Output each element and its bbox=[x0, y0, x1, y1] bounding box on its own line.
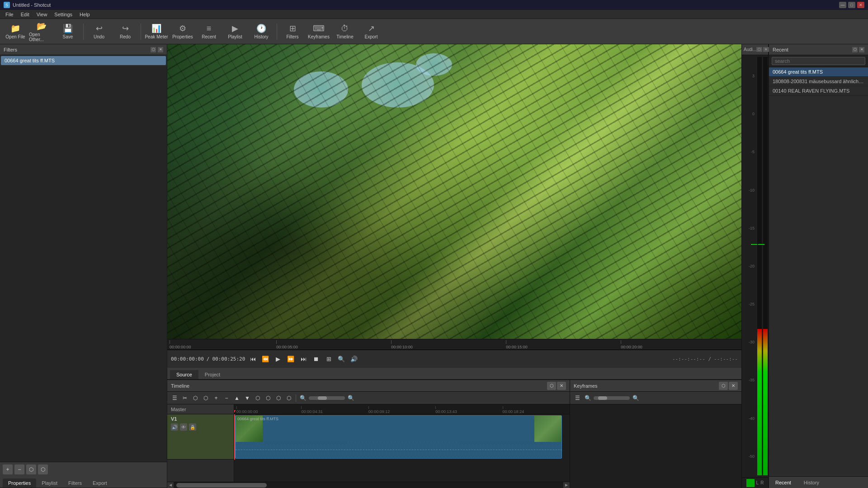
kf-close-btn[interactable]: ✕ bbox=[729, 382, 738, 390]
tab-export[interactable]: Export bbox=[87, 479, 113, 488]
filters-panel-title: Filters bbox=[4, 47, 17, 52]
zoom-btn[interactable]: 🔍 bbox=[336, 354, 346, 364]
remove-filter-btn[interactable]: − bbox=[14, 465, 24, 474]
tl-float-btn[interactable]: ⬡ bbox=[547, 382, 556, 390]
tl-snap-btn[interactable]: ⬡ bbox=[274, 394, 283, 403]
tl-remove-track-btn[interactable]: − bbox=[222, 394, 231, 403]
audio-meters-panel: Audi... ⬡ ✕ 3 0 -5 -10 -15 -20 -25 -30 -… bbox=[741, 44, 769, 488]
recent-file-2[interactable]: 180808-200831 mäusebussard ähnlich rot-.… bbox=[769, 77, 868, 86]
timeline-scrollbar[interactable]: ◀ ▶ bbox=[167, 482, 570, 488]
tl-up-btn[interactable]: ▲ bbox=[232, 394, 241, 403]
open-file-btn[interactable]: 📁 Open File bbox=[3, 20, 28, 43]
tl-paste-btn[interactable]: ⬡ bbox=[201, 394, 210, 403]
recent-close-btn[interactable]: ✕ bbox=[859, 47, 864, 52]
meter-r-label: R bbox=[760, 480, 764, 485]
save-btn[interactable]: 💾 Save bbox=[55, 20, 80, 43]
go-to-end-btn[interactable]: ⏭ bbox=[298, 354, 308, 364]
add-filter-btn[interactable]: + bbox=[3, 465, 13, 474]
tl-link-btn[interactable]: ⬡ bbox=[264, 394, 273, 403]
tab-history-right[interactable]: History bbox=[797, 478, 826, 487]
scroll-right-btn[interactable]: ▶ bbox=[563, 482, 570, 488]
filters-panel-controls[interactable]: ⬡ ✕ bbox=[151, 47, 163, 52]
tl-zoom-out-btn[interactable]: 🔍 bbox=[298, 394, 307, 403]
filters-close-btn[interactable]: ✕ bbox=[158, 47, 163, 52]
playlist-btn[interactable]: ▶ Playlist bbox=[222, 20, 248, 43]
filter-file-item[interactable]: 00664 great tits ff.MTS bbox=[1, 56, 166, 65]
open-file-icon: 📁 bbox=[10, 23, 20, 33]
tab-properties[interactable]: Properties bbox=[3, 479, 36, 488]
tl-down-btn[interactable]: ▼ bbox=[243, 394, 252, 403]
recent-btn[interactable]: ≡ Recent bbox=[196, 20, 222, 43]
close-btn[interactable]: ✕ bbox=[857, 2, 864, 8]
tab-recent[interactable]: Recent bbox=[769, 478, 797, 487]
redo-btn[interactable]: ↪ Redo bbox=[113, 20, 138, 43]
menu-help[interactable]: Help bbox=[76, 11, 94, 18]
menu-file[interactable]: File bbox=[2, 11, 17, 18]
peak-meter-btn[interactable]: 📊 Peak Meter bbox=[144, 20, 169, 43]
tab-source[interactable]: Source bbox=[170, 370, 198, 379]
search-input[interactable] bbox=[772, 57, 865, 65]
move-filter-down-btn[interactable]: ⬡ bbox=[38, 465, 48, 474]
export-btn[interactable]: ↗ Export bbox=[359, 20, 384, 43]
play-prev-btn[interactable]: ⏪ bbox=[260, 354, 270, 364]
tl-grid-snap-btn[interactable]: ⬡ bbox=[284, 394, 293, 403]
playhead[interactable] bbox=[234, 414, 235, 460]
waveform-fill bbox=[236, 442, 561, 458]
minimize-btn[interactable]: — bbox=[839, 2, 846, 8]
tab-playlist[interactable]: Playlist bbox=[36, 479, 63, 488]
tl-ripple-btn[interactable]: ⬡ bbox=[253, 394, 262, 403]
maximize-btn[interactable]: □ bbox=[848, 2, 855, 8]
filters-btn[interactable]: ⊞ Filters bbox=[280, 20, 305, 43]
meter-area: 3 0 -5 -10 -15 -20 -25 -30 -35 -40 -50 bbox=[742, 55, 768, 477]
tl-close-btn[interactable]: ✕ bbox=[557, 382, 566, 390]
recent-file-1[interactable]: 00664 great tits ff.MTS bbox=[769, 67, 868, 77]
kf-float-btn[interactable]: ⬡ bbox=[719, 382, 728, 390]
kf-panel-controls[interactable]: ⬡ ✕ bbox=[719, 382, 738, 390]
recent-float-btn[interactable]: ⬡ bbox=[852, 47, 858, 52]
tl-zoom-bar[interactable] bbox=[309, 396, 345, 400]
move-filter-up-btn[interactable]: ⬡ bbox=[26, 465, 36, 474]
tl-scissors-btn[interactable]: ✂ bbox=[180, 394, 189, 403]
kf-zoom-in-btn[interactable]: 🔍 bbox=[631, 394, 640, 403]
kf-menu-btn[interactable]: ☰ bbox=[573, 394, 582, 403]
play-next-btn[interactable]: ⏩ bbox=[286, 354, 296, 364]
filters-icon: ⊞ bbox=[289, 23, 296, 33]
play-btn[interactable]: ▶ bbox=[273, 354, 283, 364]
meter-label-3: -10 bbox=[742, 188, 755, 192]
menu-settings[interactable]: Settings bbox=[51, 11, 76, 18]
timeline-btn[interactable]: ⏱ Timeline bbox=[332, 20, 358, 43]
tl-add-track-btn[interactable]: + bbox=[212, 394, 221, 403]
audio-close-btn[interactable]: ✕ bbox=[763, 47, 769, 52]
menu-edit[interactable]: Edit bbox=[17, 11, 33, 18]
v1-audio-btn[interactable]: 🔊 bbox=[171, 423, 178, 431]
go-to-start-btn[interactable]: ⏮ bbox=[248, 354, 258, 364]
kf-zoom-out-btn[interactable]: 🔍 bbox=[583, 394, 592, 403]
tl-hamburger-btn[interactable]: ☰ bbox=[170, 394, 179, 403]
loop-btn[interactable]: ⏹ bbox=[311, 354, 321, 364]
v1-eye-btn[interactable]: 👁 bbox=[180, 423, 187, 431]
v1-lock-btn[interactable]: 🔒 bbox=[189, 423, 196, 431]
scroll-left-btn[interactable]: ◀ bbox=[167, 482, 174, 488]
open-other-btn[interactable]: 📂 Open Other... bbox=[29, 20, 54, 43]
meter-label-0: 3 bbox=[742, 74, 755, 78]
tab-filters[interactable]: Filters bbox=[63, 479, 87, 488]
scroll-thumb[interactable] bbox=[176, 483, 267, 488]
properties-btn[interactable]: ⚙ Properties bbox=[170, 20, 195, 43]
keyframes-btn[interactable]: ⌨ Keyframes bbox=[306, 20, 331, 43]
kf-zoom-bar[interactable] bbox=[594, 396, 630, 400]
recent-panel-controls[interactable]: ⬡ ✕ bbox=[852, 47, 864, 52]
timeline-panel-controls[interactable]: ⬡ ✕ bbox=[547, 382, 566, 390]
menu-view[interactable]: View bbox=[33, 11, 51, 18]
audio-float-btn[interactable]: ⬡ bbox=[756, 47, 762, 52]
tab-project[interactable]: Project bbox=[198, 370, 226, 379]
recent-file-3[interactable]: 00140 REAL RAVEN FLYING.MTS bbox=[769, 86, 868, 96]
tl-zoom-in-btn[interactable]: 🔍 bbox=[346, 394, 355, 403]
history-btn[interactable]: 🕐 History bbox=[249, 20, 274, 43]
audio-btn[interactable]: 🔊 bbox=[349, 354, 359, 364]
grid-btn[interactable]: ⊞ bbox=[324, 354, 334, 364]
filters-float-btn[interactable]: ⬡ bbox=[151, 47, 156, 52]
window-controls[interactable]: — □ ✕ bbox=[839, 2, 864, 8]
undo-btn[interactable]: ↩ Undo bbox=[86, 20, 112, 43]
video-clip[interactable]: 00664 great tits ff.MTS bbox=[235, 415, 562, 459]
tl-copy-btn[interactable]: ⬡ bbox=[191, 394, 200, 403]
